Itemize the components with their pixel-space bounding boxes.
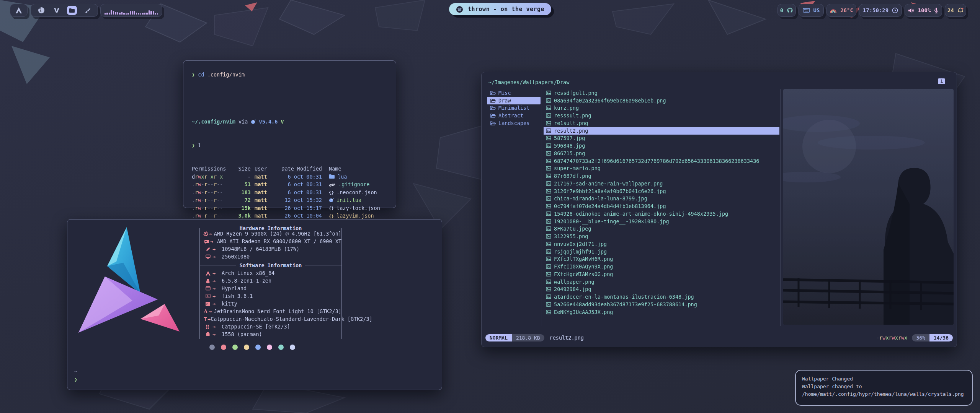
file-list-item[interactable]: super-mario.png — [544, 165, 779, 172]
image-icon — [546, 143, 551, 148]
file-list-item[interactable]: ressdfgult.png — [544, 89, 779, 97]
sidebar-folder-misc[interactable]: Misc — [487, 89, 541, 97]
widget-volume[interactable]: 100% — [905, 4, 942, 17]
svg-text:{}: {} — [329, 213, 334, 218]
fetch-row: → Hyprland — [200, 285, 341, 292]
image-icon — [546, 302, 551, 307]
dock-app-firefox[interactable] — [36, 6, 46, 15]
status-permissions: -rwxrwxrwx — [876, 335, 907, 341]
file-list-item[interactable]: chica-mirando-la-luna-8799.jpg — [544, 195, 779, 203]
file-list-item[interactable]: 154928-odinokoe_anime-art-anime-okno-sin… — [544, 210, 779, 218]
file-name: 19201080-__blue-tinge__-1920×1080.jpg — [554, 218, 669, 224]
fetch-window[interactable]: Hardware Information → AMD Ryzen 9 5900X… — [67, 219, 442, 390]
file-list-item[interactable]: FXfcJlTXgAMvH6R.png — [544, 255, 779, 263]
terminal-window[interactable]: ❯ cd .config/nvim ~/.config/nvim via v5.… — [183, 60, 396, 208]
widget-clock[interactable]: 17:50:29 — [859, 4, 902, 17]
image-icon — [546, 128, 551, 133]
file-list-item[interactable]: atardecer-en-la-montanas-ilustracion-634… — [544, 293, 779, 301]
file-list-item[interactable]: 87r687df.png — [544, 172, 779, 180]
file-list-item[interactable]: re1sult.png — [544, 119, 779, 127]
file-list-item[interactable]: 0c794faf07de24a4db4d4fb1eb813964.jpg — [544, 202, 779, 210]
file-list-item[interactable]: nnvuv0xj2df71.jpg — [544, 240, 779, 248]
file-list-item[interactable]: 596848.jpg — [544, 142, 779, 150]
fetch-row: → 10948MiB / 64183MiB (17%) — [200, 245, 341, 253]
file-list-item[interactable]: 68747470733a2f2f696d616765732d7769786d70… — [544, 157, 779, 165]
fetch-row-value: 980x413 — [222, 253, 250, 260]
sidebar-folder-abstract[interactable]: Abstract — [487, 112, 541, 119]
file-list-item[interactable]: resssult.png — [544, 112, 779, 119]
svg-text:{}: {} — [329, 206, 334, 211]
file-list-item[interactable]: kurz.png — [544, 104, 779, 112]
file-size-badge: 218.8 KB — [512, 334, 544, 341]
file-row: .rw-r--r-- 51 matt 6 oct 00:31 git.gitig… — [192, 180, 387, 189]
file-name: 68747470733a2f2f696d616765732d7769786d70… — [554, 158, 759, 164]
file-list-item[interactable]: FXfcII0X0AQyn9X.png — [544, 263, 779, 270]
open-folder-icon — [490, 121, 496, 125]
file-list-item[interactable]: 217167-sad-anime-rain-wallpaper.png — [544, 180, 779, 187]
file-list-item[interactable]: 3126f7e9bbf21a8a4af0b67b041c6e26.jpg — [544, 187, 779, 195]
widget-github[interactable]: 0 — [777, 4, 796, 17]
sidebar-folder-minimalist[interactable]: Minimalist — [487, 104, 541, 112]
ls-header: PermissionsSize UserDate Modified Name — [192, 165, 387, 173]
audio-visualizer[interactable] — [100, 4, 162, 17]
arch-icon — [206, 271, 211, 276]
widget-weather[interactable]: 26°C — [826, 4, 856, 17]
image-icon — [546, 287, 551, 291]
image-icon — [546, 166, 551, 171]
visualizer-bar — [127, 13, 129, 15]
sidebar-divider — [542, 89, 542, 326]
fetch-row: → kitty — [200, 300, 341, 307]
visualizer-bar — [132, 11, 133, 15]
file-list-item[interactable]: 3122955.png — [544, 233, 779, 240]
widget-keyboard-layout[interactable]: US — [799, 4, 824, 17]
file-list-item[interactable]: EeNKYgIUcAAJ5JX.png — [544, 308, 779, 316]
file-name: EeNKYgIUcAAJ5JX.png — [554, 309, 613, 315]
fetch-row-value: fish 3.6.1 — [222, 292, 253, 300]
file-list-item[interactable]: 20492984.jpg — [544, 286, 779, 293]
file-list-item[interactable]: 08a634fa02a32364f69ebc86a98eb1eb.png — [544, 97, 779, 104]
firefox-icon — [38, 7, 45, 14]
file-row: .rw-r--r-- 72 matt 12 oct 15:32 init.lua — [192, 196, 387, 204]
file-row: .rw-r--r-- 3,0k matt 26 oct 10:04 {}lazy… — [192, 212, 387, 220]
file-list-item[interactable]: result2.png — [544, 127, 779, 135]
v-icon — [54, 7, 60, 13]
file-list-item[interactable]: 19201080-__blue-tinge__-1920×1080.jpg — [544, 218, 779, 225]
visualizer-bar — [117, 12, 118, 15]
rainbow-icon — [830, 8, 837, 13]
notification-toast[interactable]: Wallpaper Changed Wallpaper changed to /… — [795, 370, 973, 406]
widget-github-value: 0 — [780, 7, 783, 13]
file-list-item[interactable]: FXfcHgcWIAMzs0G.png — [544, 270, 779, 278]
file-list-item[interactable]: wallpaper.png — [544, 278, 779, 286]
file-name: re1sult.png — [554, 120, 588, 126]
visualizer-bar — [150, 11, 152, 15]
fetch-row-value: kitty — [222, 300, 237, 307]
file-list-item[interactable]: 8FKa7Cu.jpeg — [544, 225, 779, 233]
dock-app-file-manager[interactable] — [67, 6, 77, 15]
file-list-item[interactable]: 587597.jpg — [544, 135, 779, 142]
now-playing-pill[interactable]: thrown - on the verge — [449, 3, 551, 15]
fetch-row-value: Catppuccin-Macchiato-Standard-Lavender-D… — [211, 315, 372, 323]
sidebar-folder-draw[interactable]: Draw — [487, 97, 541, 104]
file-list-item[interactable]: 5a266e448add93deab367d87173e9f25-6837886… — [544, 301, 779, 308]
app-launcher-button[interactable] — [10, 4, 28, 17]
file-list-item[interactable]: rsjqojlmjhf91.jpg — [544, 248, 779, 255]
file-manager-window[interactable]: ~/Imagenes/Wallpapers/Draw 1 Misc Draw M… — [481, 72, 957, 347]
image-icon — [546, 204, 551, 208]
file-name: chica-mirando-la-luna-8799.jpg — [554, 195, 647, 202]
dock-app-paint[interactable] — [82, 6, 92, 15]
terminal-icon — [206, 302, 210, 306]
scroll-percent: 36% — [912, 334, 929, 341]
widget-notifications[interactable]: 24 — [945, 4, 966, 17]
widget-clock-value: 17:50:29 — [863, 7, 889, 13]
theme-icon — [203, 317, 207, 322]
breadcrumb-path: ~/Imagenes/Wallpapers/Draw — [488, 79, 569, 85]
file-list-item[interactable]: 866715.png — [544, 150, 779, 157]
open-folder-icon — [490, 98, 496, 103]
dock-app-vivaldi[interactable] — [52, 6, 62, 15]
sidebar-folder-label: Misc — [498, 90, 511, 96]
sidebar-folder-landscapes[interactable]: Landscapes — [487, 119, 541, 127]
visualizer-bar — [105, 13, 106, 15]
image-icon — [546, 242, 551, 246]
crystal-arch-logo — [73, 225, 188, 344]
image-icon — [546, 113, 551, 118]
